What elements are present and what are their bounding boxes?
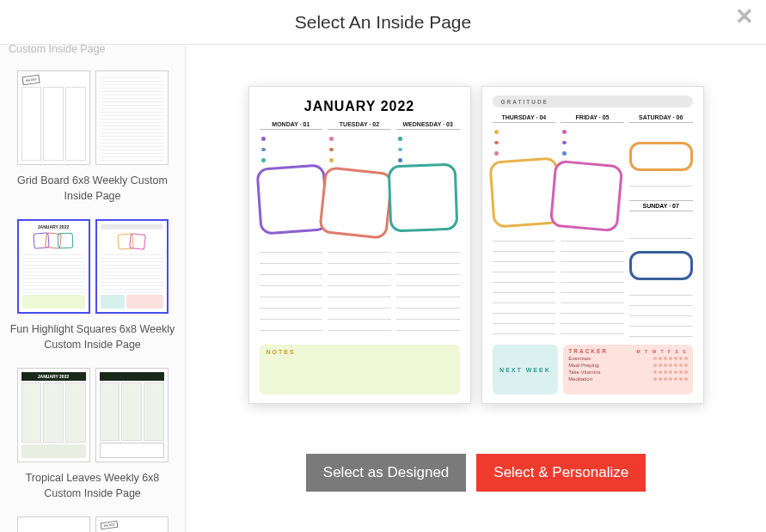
thumb-left: [17, 517, 90, 532]
day-label: WEDNESDAY · 03: [396, 119, 460, 130]
modal-title: Select An Inside Page: [295, 12, 471, 33]
template-option[interactable]: JANUARY 2022 Tropical Leaves Weekly 6x8 …: [9, 368, 176, 501]
capsule-icon: [629, 142, 693, 171]
action-buttons: Select as Designed Select & Personalize: [306, 454, 646, 492]
thumb-left: JANUARY 2022: [17, 368, 90, 462]
day-label: SATURDAY · 06: [629, 113, 693, 123]
modal-body: Custom Inside Page JAN 2022 Grid Board 6…: [0, 45, 766, 532]
day-label: MONDAY · 01: [260, 119, 323, 130]
preview-spread: JANUARY 2022 MONDAY · 01 TUESDAY · 02 WE…: [248, 86, 704, 404]
template-option[interactable]: JAN 2022 Grid Board 6x8 Weekly Custom In…: [9, 70, 176, 204]
thumb-right: [95, 70, 169, 165]
day-label: FRIDAY · 05: [561, 113, 624, 123]
tracker-item: Exercises: [568, 356, 591, 361]
template-label: Fun Highlight Squares 6x8 Weekly Custom …: [9, 322, 176, 352]
thumb-right: [95, 219, 169, 314]
day-label: THURSDAY · 04: [493, 113, 556, 123]
tracker-item: Take Vitamins: [568, 370, 600, 375]
preview-page-left: JANUARY 2022 MONDAY · 01 TUESDAY · 02 WE…: [248, 86, 471, 404]
tracker-item: Meal Preping: [568, 363, 598, 368]
thumb-right: JAN 2022: [95, 517, 169, 532]
template-option[interactable]: JAN 2022: [9, 517, 176, 532]
thumb-right: [95, 368, 169, 462]
day-label: TUESDAY · 02: [328, 119, 391, 130]
tracker-box: TRACKER M T W T F S S Exercises Meal Pre…: [563, 345, 692, 394]
thumb-left: JANUARY 2022: [17, 219, 90, 314]
tracker-title: TRACKER: [568, 348, 608, 354]
close-icon[interactable]: ✕: [735, 5, 754, 28]
preview-area: JANUARY 2022 MONDAY · 01 TUESDAY · 02 WE…: [186, 45, 766, 532]
notes-label: NOTES: [267, 349, 453, 355]
template-sidebar[interactable]: Custom Inside Page JAN 2022 Grid Board 6…: [0, 45, 186, 532]
preview-page-right: GRATITUDE THURSDAY · 04 FRIDAY · 05: [481, 86, 704, 404]
sidebar-truncated-label: Custom Inside Page: [9, 45, 176, 55]
template-option-selected[interactable]: JANUARY 2022: [9, 219, 176, 352]
page-title: JANUARY 2022: [260, 99, 460, 114]
next-week-box: NEXT WEEK: [493, 345, 559, 394]
notes-box: NOTES: [260, 345, 460, 394]
tracker-item: Meditation: [568, 376, 592, 382]
template-label: Tropical Leaves Weekly 6x8 Custom Inside…: [9, 471, 176, 501]
thumb-left: JAN 2022: [17, 70, 90, 165]
modal-header: Select An Inside Page ✕: [0, 0, 766, 45]
tracker-days: M T W T F S S: [636, 349, 687, 354]
select-as-designed-button[interactable]: Select as Designed: [306, 454, 466, 492]
template-label: Grid Board 6x8 Weekly Custom Inside Page: [9, 174, 176, 204]
day-label: SUNDAY · 07: [629, 200, 693, 211]
gratitude-bar: GRATITUDE: [493, 95, 693, 107]
highlight-squares: [260, 162, 460, 240]
select-and-personalize-button[interactable]: Select & Personalize: [476, 454, 646, 492]
capsule-icon: [629, 251, 693, 280]
